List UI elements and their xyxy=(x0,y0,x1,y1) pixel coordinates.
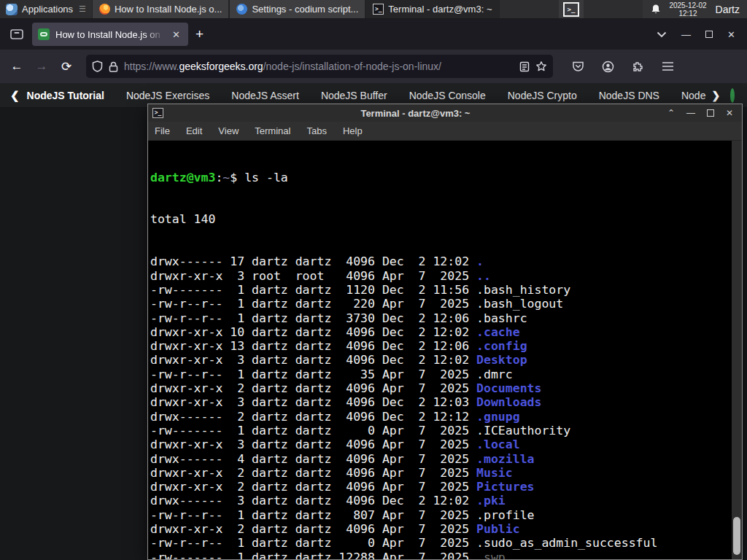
nav-item-nodejs-dns[interactable]: NodeJS DNS xyxy=(599,90,659,101)
file-name: .ICEauthority xyxy=(476,424,570,438)
reader-view-icon[interactable] xyxy=(519,61,530,72)
new-tab-button[interactable]: + xyxy=(188,26,211,42)
file-name: .bashrc xyxy=(476,311,527,325)
menu-edit[interactable]: Edit xyxy=(179,123,209,139)
window-close-button[interactable]: ✕ xyxy=(727,29,735,40)
terminal-line: -rw-r--r-- 1 dartz dartz 3730 Dec 2 12:0… xyxy=(150,311,730,325)
file-name: Desktop xyxy=(476,353,527,367)
terminal-line: -rw-r--r-- 1 dartz dartz 807 Apr 7 2025 … xyxy=(150,508,730,522)
file-name: . xyxy=(476,254,484,268)
file-name: .local xyxy=(476,438,520,451)
terminal-title: Terminal - dartz@vm3: ~ xyxy=(163,108,667,119)
terminal-line: -rw-r--r-- 1 dartz dartz 220 Apr 7 2025 … xyxy=(150,297,730,311)
tracking-shield-icon[interactable] xyxy=(92,61,103,72)
terminal-line: -rw-r--r-- 1 dartz dartz 0 Apr 7 2025 .s… xyxy=(150,536,730,550)
panel-spacer xyxy=(584,0,643,18)
reload-button[interactable]: ⟳ xyxy=(55,55,77,77)
file-name: .gnupg xyxy=(476,410,520,424)
forward-button[interactable]: → xyxy=(31,55,53,77)
file-name: .profile xyxy=(476,508,534,522)
menu-view[interactable]: View xyxy=(212,123,245,139)
panel-spacer xyxy=(500,0,559,18)
terminal-maximize-button[interactable] xyxy=(707,109,714,117)
nav-item-nodejs-buffer[interactable]: NodeJS Buffer xyxy=(321,90,387,101)
url-text: https://www.geeksforgeeks.org/node-js/in… xyxy=(124,61,514,72)
lock-icon[interactable] xyxy=(109,61,118,72)
file-name: Public xyxy=(476,522,520,536)
file-name: .config xyxy=(476,339,527,353)
pocket-save-icon[interactable] xyxy=(572,61,584,73)
nav-item-nodejs-assert[interactable]: NodeJS Assert xyxy=(231,90,299,101)
prompt-separator: : xyxy=(215,171,222,184)
nav-item-node-truncated[interactable]: Node xyxy=(681,90,705,101)
taskbar-window-terminal[interactable]: >_ Terminal - dartz@vm3: ~ xyxy=(365,0,499,18)
bookmark-star-icon[interactable] xyxy=(535,61,547,72)
toolbar-right-icons xyxy=(572,61,674,73)
taskbar-window-vscodium[interactable]: Settings - codium script... xyxy=(229,0,365,18)
terminal-window-controls: ⌃ — ✕ xyxy=(667,108,742,118)
terminal-body[interactable]: dartz@vm3:~$ ls -la total 140 drwx------… xyxy=(148,141,742,559)
nav-scroll-left-chevron[interactable]: ❮ xyxy=(10,89,20,102)
menu-lines-icon: ☰ xyxy=(79,4,86,14)
terminal-line: drwxr-xr-x 2 dartz dartz 4096 Apr 7 2025… xyxy=(150,381,730,395)
tab-close-button[interactable]: ✕ xyxy=(170,28,182,41)
prompt-suffix: $ xyxy=(230,171,237,184)
browser-tab-active[interactable]: How to Install Node.js on ✕ xyxy=(32,23,188,46)
file-name: .dmrc xyxy=(476,368,513,381)
list-all-tabs-chevron-icon[interactable] xyxy=(657,31,667,38)
terminal-line: drwxr-xr-x 2 dartz dartz 4096 Apr 7 2025… xyxy=(150,480,730,494)
panel-clock[interactable]: 2025-12-02 12:12 xyxy=(669,1,706,18)
terminal-shade-button[interactable]: ⌃ xyxy=(667,108,675,118)
terminal-icon: >_ xyxy=(373,4,384,15)
terminal-line: -rw------- 1 dartz dartz 1120 Dec 2 11:5… xyxy=(150,283,730,297)
tray-terminal-launcher[interactable]: >_ xyxy=(559,0,584,18)
vscodium-icon xyxy=(236,4,247,15)
file-name: .pki xyxy=(476,494,506,508)
nav-item-nodejs-tutorial[interactable]: NodeJS Tutorial xyxy=(27,90,104,101)
taskbar-window-firefox[interactable]: How to Install Node.js o... xyxy=(92,0,229,18)
terminal-line: drwxr-xr-x 10 dartz dartz 4096 Dec 2 12:… xyxy=(150,325,730,339)
menu-help[interactable]: Help xyxy=(336,123,369,139)
account-profile-icon[interactable] xyxy=(602,61,614,73)
search-icon[interactable] xyxy=(730,88,735,103)
terminal-line: drwx------ 2 dartz dartz 4096 Dec 2 12:1… xyxy=(150,410,730,424)
terminal-titlebar[interactable]: >_ Terminal - dartz@vm3: ~ ⌃ — ✕ xyxy=(148,104,742,122)
terminal-prompt-line: dartz@vm3:~$ ls -la xyxy=(150,171,730,184)
extensions-puzzle-icon[interactable] xyxy=(632,61,644,73)
url-bar[interactable]: https://www.geeksforgeeks.org/node-js/in… xyxy=(86,55,553,78)
clock-date: 2025-12-02 xyxy=(669,1,706,9)
nav-item-nodejs-crypto[interactable]: NodeJS Crypto xyxy=(508,90,577,101)
terminal-line: drwx------ 17 dartz dartz 4096 Dec 2 12:… xyxy=(150,254,730,268)
terminal-scrollbar-thumb[interactable] xyxy=(733,517,740,555)
file-name: Music xyxy=(476,466,513,480)
terminal-line: drwxr-xr-x 13 dartz dartz 4096 Dec 2 12:… xyxy=(150,339,730,353)
menu-file[interactable]: File xyxy=(148,123,177,139)
file-name: .swp xyxy=(476,551,506,559)
applications-label: Applications xyxy=(22,4,73,15)
desktop: Applications ☰ How to Install Node.js o.… xyxy=(0,0,747,560)
nav-item-nodejs-exercises[interactable]: NodeJS Exercises xyxy=(126,90,209,101)
terminal-total-line: total 140 xyxy=(150,212,730,226)
terminal-minimize-button[interactable]: — xyxy=(686,108,695,118)
hamburger-menu-icon[interactable] xyxy=(662,61,674,71)
menu-tabs[interactable]: Tabs xyxy=(300,123,333,139)
notification-bell-icon[interactable] xyxy=(650,4,662,15)
window-maximize-button[interactable] xyxy=(705,31,713,38)
terminal-close-button[interactable]: ✕ xyxy=(726,108,733,118)
terminal-scrollbar[interactable] xyxy=(732,141,742,559)
window-minimize-button[interactable]: — xyxy=(681,29,691,40)
panel-status-area: 2025-12-02 12:12 Dartz xyxy=(643,0,747,18)
nav-scroll-right-chevron[interactable]: ❯ xyxy=(711,90,720,101)
user-menu[interactable]: Dartz xyxy=(714,4,740,15)
terminal-menubar: File Edit View Terminal Tabs Help xyxy=(148,122,742,141)
back-button[interactable]: ← xyxy=(6,55,28,77)
applications-menu-button[interactable]: Applications ☰ xyxy=(0,0,92,18)
firefox-icon xyxy=(99,4,110,15)
tabbar-controls: — ✕ xyxy=(657,29,747,40)
top-panel: Applications ☰ How to Install Node.js o.… xyxy=(0,0,747,19)
nav-item-nodejs-console[interactable]: NodeJS Console xyxy=(409,90,486,101)
menu-terminal[interactable]: Terminal xyxy=(248,123,297,139)
terminal-line: -rw------- 1 dartz dartz 0 Apr 7 2025 .I… xyxy=(150,424,730,438)
firefox-view-button[interactable] xyxy=(6,24,28,44)
file-name: .bash_logout xyxy=(476,297,563,311)
